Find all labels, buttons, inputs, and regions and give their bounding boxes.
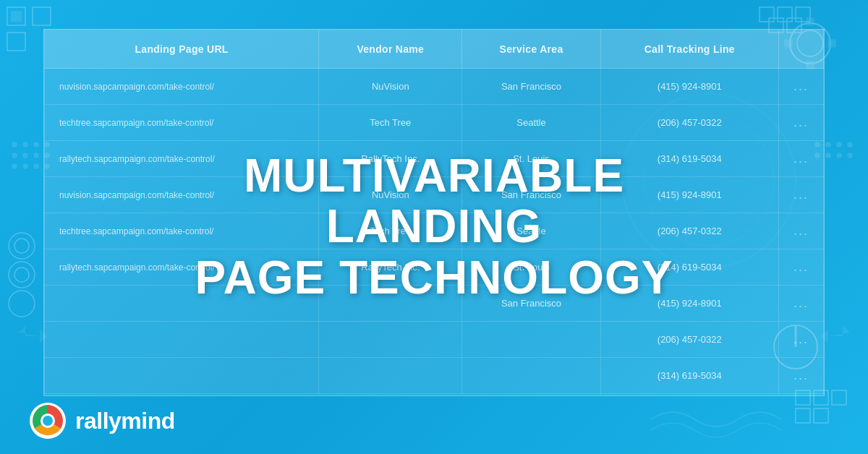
- cell-area: [462, 358, 600, 394]
- svg-point-19: [23, 164, 27, 168]
- svg-rect-0: [7, 7, 25, 25]
- svg-point-37: [826, 153, 830, 158]
- table-header-row: Landing Page URL Vendor Name Service Are…: [45, 30, 824, 69]
- cell-phone: (415) 924-8901: [600, 69, 778, 105]
- svg-rect-3: [7, 33, 25, 51]
- svg-rect-48: [796, 7, 810, 22]
- cell-vendor: [319, 358, 462, 394]
- svg-point-39: [848, 153, 852, 158]
- headline-overlay: MULTIVARIABLE LANDING PAGE TECHNOLOGY: [181, 150, 687, 303]
- logo-icon: [29, 402, 67, 440]
- cell-url: nuvision.sapcampaign.com/take-control/: [45, 69, 319, 105]
- svg-point-14: [12, 153, 17, 158]
- cell-area: Seattle: [462, 105, 600, 141]
- svg-point-8: [9, 291, 35, 317]
- cell-url: [45, 358, 319, 394]
- svg-point-6: [9, 262, 35, 288]
- svg-marker-9: [18, 325, 47, 343]
- svg-rect-47: [778, 7, 792, 22]
- svg-marker-45: [821, 325, 850, 343]
- svg-point-10: [12, 142, 17, 147]
- svg-rect-42: [832, 390, 846, 405]
- svg-point-34: [837, 142, 841, 147]
- svg-point-11: [23, 142, 27, 147]
- cell-area: [462, 322, 600, 358]
- svg-point-33: [826, 142, 830, 147]
- svg-point-35: [848, 142, 852, 147]
- cell-action[interactable]: ...: [778, 286, 823, 322]
- table-row: (314) 619-5034 ...: [45, 358, 824, 394]
- cell-action[interactable]: ...: [778, 105, 823, 141]
- svg-point-53: [43, 416, 53, 426]
- cell-action[interactable]: ...: [778, 358, 823, 394]
- headline-line2: PAGE TECHNOLOGY: [181, 252, 687, 303]
- cell-phone: (206) 457-0322: [600, 105, 778, 141]
- cell-phone: (314) 619-5034: [600, 358, 778, 394]
- svg-point-18: [12, 164, 17, 168]
- col-header-area: Service Area: [462, 30, 600, 69]
- headline-line1: MULTIVARIABLE LANDING: [181, 150, 687, 252]
- cell-vendor: [319, 322, 462, 358]
- cell-vendor: NuVision: [319, 69, 462, 105]
- logo-area: rallymind: [29, 402, 175, 440]
- cell-url: techtree.sapcampaign.com/take-control/: [45, 105, 319, 141]
- svg-rect-1: [11, 11, 22, 22]
- svg-point-20: [34, 164, 38, 168]
- cell-area: San Francisco: [462, 69, 600, 105]
- svg-point-4: [9, 233, 35, 259]
- col-header-action: [778, 30, 823, 69]
- cell-action[interactable]: ...: [778, 177, 823, 213]
- logo-text: rallymind: [75, 408, 175, 434]
- svg-rect-26: [807, 18, 814, 25]
- svg-rect-43: [796, 408, 810, 423]
- svg-rect-29: [828, 40, 835, 47]
- cell-action[interactable]: ...: [778, 141, 823, 177]
- svg-rect-44: [814, 408, 828, 423]
- cell-phone: (206) 457-0322: [600, 322, 778, 358]
- svg-point-15: [23, 153, 27, 158]
- cell-action[interactable]: ...: [778, 249, 823, 286]
- table-row: (206) 457-0322 ...: [45, 322, 824, 358]
- svg-point-16: [34, 153, 38, 158]
- table-row: nuvision.sapcampaign.com/take-control/ N…: [45, 69, 824, 105]
- cell-action[interactable]: ...: [778, 322, 823, 358]
- cell-action[interactable]: ...: [778, 69, 823, 105]
- cell-vendor: Tech Tree: [319, 105, 462, 141]
- cell-url: [45, 322, 319, 358]
- svg-point-38: [837, 153, 841, 158]
- svg-point-7: [14, 267, 29, 282]
- svg-point-5: [14, 239, 29, 253]
- col-header-url: Landing Page URL: [45, 30, 319, 69]
- col-header-vendor: Vendor Name: [319, 30, 462, 69]
- headline-text: MULTIVARIABLE LANDING PAGE TECHNOLOGY: [181, 150, 687, 303]
- svg-point-12: [34, 142, 38, 147]
- col-header-phone: Call Tracking Line: [600, 30, 778, 69]
- svg-rect-2: [33, 7, 51, 25]
- table-row: techtree.sapcampaign.com/take-control/ T…: [45, 105, 824, 141]
- svg-rect-46: [760, 7, 774, 22]
- cell-action[interactable]: ...: [778, 213, 823, 249]
